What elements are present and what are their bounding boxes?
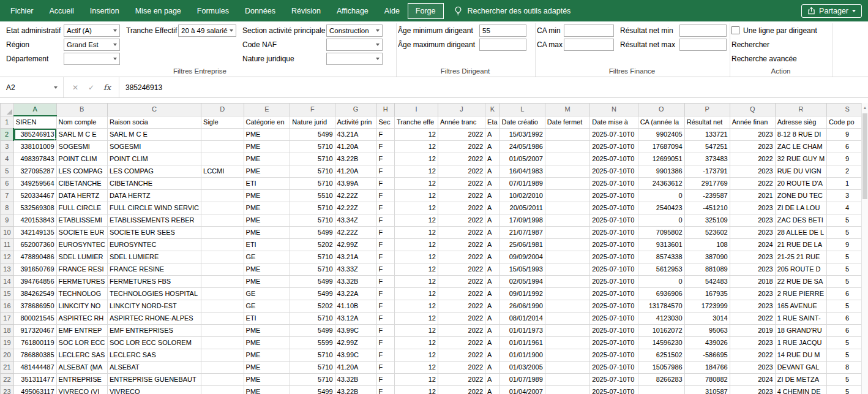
cell-B1[interactable]: Nom comple [56,116,107,129]
cell-H3[interactable]: F [376,141,394,153]
cell-K22[interactable]: A [485,374,500,386]
cell-K7[interactable]: A [485,190,500,202]
cell-N18[interactable]: 2025-07-10T0 [590,325,638,337]
cell-R18[interactable]: 18 GRAND'RU [775,325,826,337]
cell-P9[interactable]: 325109 [684,214,730,227]
cell-N15[interactable]: 2025-07-10T0 [590,288,638,300]
cell-I19[interactable]: 12 [394,337,438,349]
cell-A19[interactable]: 761800119 [13,337,56,349]
cell-I21[interactable]: 12 [394,362,438,374]
cell-R3[interactable]: ZAC LE CHAM [775,141,826,153]
column-header-N[interactable]: N [590,104,638,116]
cell-E6[interactable]: ETI [244,178,290,190]
cell-J14[interactable]: 2022 [438,276,485,288]
cell-K6[interactable]: A [485,178,500,190]
cell-F23[interactable]: 5499 [290,386,335,394]
cell-P12[interactable]: 387090 [684,251,730,263]
une-ligne-par-dirigeant-checkbox[interactable] [731,26,739,34]
cell-P4[interactable]: 373483 [684,153,730,165]
cell-R2[interactable]: 8-12 8 RUE DI [775,129,826,141]
cell-A20[interactable]: 786880385 [13,349,56,362]
ribbon-tab-insertion[interactable]: Insertion [82,3,127,19]
cell-J23[interactable]: 2022 [438,386,485,394]
cell-G23[interactable]: 43.22B [335,386,376,394]
cell-I23[interactable]: 12 [394,386,438,394]
cell-G16[interactable]: 41.10B [335,300,376,313]
cell-P13[interactable]: 881089 [684,263,730,276]
row-header-2[interactable]: 2 [1,129,14,141]
cell-E21[interactable]: PME [244,362,290,374]
cell-E2[interactable]: PME [244,129,290,141]
cell-N7[interactable]: 2025-07-10T0 [590,190,638,202]
cell-E5[interactable]: PME [244,165,290,178]
cell-I6[interactable]: 12 [394,178,438,190]
cell-R19[interactable]: 1 RUE JACQU [775,337,826,349]
cell-I2[interactable]: 12 [394,129,438,141]
nature-juridique-dropdown[interactable] [326,53,383,65]
cell-I1[interactable]: Tranche effe [394,116,438,129]
cell-N4[interactable]: 2025-07-10T0 [590,153,638,165]
column-header-J[interactable]: J [438,104,485,116]
cell-D3[interactable] [201,141,244,153]
cell-F21[interactable]: 5710 [290,362,335,374]
cell-C20[interactable]: LECLERC SAS [107,349,201,362]
cell-G2[interactable]: 43.21A [335,129,376,141]
cell-R11[interactable]: 21 RUE DE LA [775,239,826,251]
row-header-18[interactable]: 18 [1,325,14,337]
cell-K21[interactable]: A [485,362,500,374]
cell-E18[interactable]: PME [244,325,290,337]
cell-J10[interactable]: 2022 [438,227,485,239]
cell-I13[interactable]: 12 [394,263,438,276]
cell-B18[interactable]: EMF ENTREP [56,325,107,337]
cell-G7[interactable]: 42.22Z [335,190,376,202]
cell-A12[interactable]: 478890486 [13,251,56,263]
cell-D6[interactable] [201,178,244,190]
cell-B10[interactable]: SOCIETE EUR [56,227,107,239]
cell-A6[interactable]: 349259564 [13,178,56,190]
cell-M22[interactable] [545,374,589,386]
cell-B7[interactable]: DATA HERTZ [56,190,107,202]
cell-F18[interactable]: 5499 [290,325,335,337]
cell-C16[interactable]: LINKCITY NORD-EST [107,300,201,313]
cell-Q10[interactable]: 2023 [730,227,775,239]
cell-N10[interactable]: 2025-07-10T0 [590,227,638,239]
tell-me-search[interactable]: Rechercher des outils adaptés [454,6,571,16]
cell-N17[interactable]: 2025-07-10T0 [590,313,638,325]
cell-J9[interactable]: 2022 [438,214,485,227]
row-header-20[interactable]: 20 [1,349,14,362]
cell-K17[interactable]: A [485,313,500,325]
age-minimum-dirigeant-input[interactable]: 55 [479,25,526,37]
cell-D9[interactable] [201,214,244,227]
row-header-5[interactable]: 5 [1,165,14,178]
cell-J22[interactable]: 2022 [438,374,485,386]
cell-C1[interactable]: Raison socia [107,116,201,129]
cell-D23[interactable] [201,386,244,394]
cell-N2[interactable]: 2025-07-10T0 [590,129,638,141]
cell-E9[interactable]: PME [244,214,290,227]
ribbon-tab-forge[interactable]: Forge [408,3,444,19]
cell-C17[interactable]: ASPIRTEC RHONE-ALPES [107,313,201,325]
cell-M12[interactable] [545,251,589,263]
cell-G20[interactable]: 43.99C [335,349,376,362]
cell-E15[interactable]: GE [244,288,290,300]
cell-G9[interactable]: 43.34Z [335,214,376,227]
cell-J18[interactable]: 2022 [438,325,485,337]
cell-I15[interactable]: 12 [394,288,438,300]
cell-N19[interactable]: 2025-07-10T0 [590,337,638,349]
cell-D12[interactable] [201,251,244,263]
cell-E10[interactable]: PME [244,227,290,239]
cell-C8[interactable]: FULL CIRCLE WIND SERVIC [107,202,201,214]
cell-Q4[interactable]: 2022 [730,153,775,165]
cell-D17[interactable] [201,313,244,325]
cell-N16[interactable]: 2025-07-10T0 [590,300,638,313]
cell-L7[interactable]: 10/02/2010 [499,190,545,202]
cell-Q2[interactable]: 2023 [730,129,775,141]
cell-M21[interactable] [545,362,589,374]
cell-Q5[interactable]: 2023 [730,165,775,178]
cell-O21[interactable]: 15057986 [638,362,684,374]
cell-D22[interactable] [201,374,244,386]
cell-K9[interactable]: A [485,214,500,227]
cell-D5[interactable]: LCCMI [201,165,244,178]
cell-L11[interactable]: 25/06/1981 [499,239,545,251]
resultat-net-min-input[interactable] [679,25,727,37]
